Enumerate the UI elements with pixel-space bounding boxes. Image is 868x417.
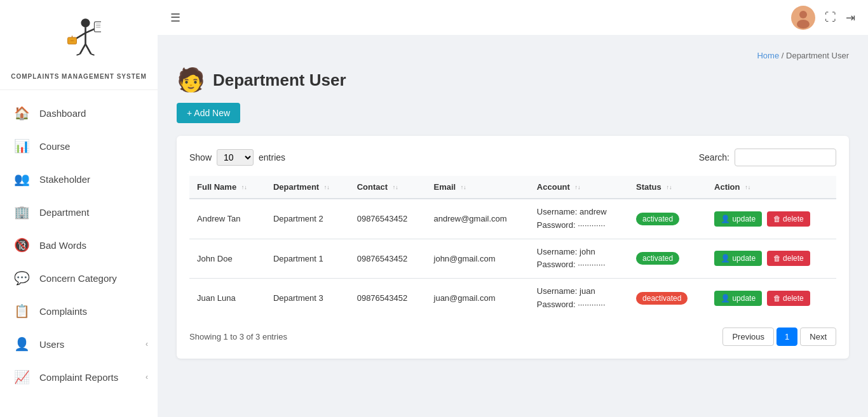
page-header: 🧑 Department User bbox=[177, 67, 849, 93]
user-avatar-icon bbox=[792, 6, 815, 29]
sidebar-item-complaints[interactable]: 📋 Complaints bbox=[0, 295, 158, 328]
sidebar-logo: COMPLAINTS MANAGEMENT SYSTEM bbox=[0, 0, 158, 90]
table-body: Andrew Tan Department 2 09876543452 andr… bbox=[189, 199, 836, 318]
sidebar-item-concern-category[interactable]: 💬 Concern Category bbox=[0, 261, 158, 295]
sidebar-item-stakeholder[interactable]: 👥 Stakeholder bbox=[0, 162, 158, 195]
bad-words-icon: 🔞 bbox=[13, 236, 31, 254]
entries-select[interactable]: 10 25 50 100 bbox=[217, 149, 254, 166]
previous-button[interactable]: Previous bbox=[722, 328, 774, 346]
fullscreen-icon[interactable]: ⛶ bbox=[825, 11, 836, 24]
delete-button[interactable]: 🗑 delete bbox=[767, 211, 810, 227]
col-account: Account ↑↓ bbox=[529, 176, 628, 199]
data-table: Full Name ↑↓ Department ↑↓ Contact ↑↓ bbox=[189, 176, 836, 318]
cell-status: deactivated bbox=[628, 279, 707, 318]
sidebar-item-label: Concern Category bbox=[39, 273, 117, 284]
hamburger-icon[interactable]: ☰ bbox=[170, 11, 180, 25]
content-area: Home / Department User 🧑 Department User… bbox=[158, 35, 868, 417]
department-icon: 🏢 bbox=[13, 203, 31, 221]
col-fullname: Full Name ↑↓ bbox=[189, 176, 266, 199]
sort-icon[interactable]: ↑↓ bbox=[745, 185, 750, 191]
sidebar-item-dashboard[interactable]: 🏠 Dashboard bbox=[0, 96, 158, 129]
cell-fullname: John Doe bbox=[189, 239, 266, 279]
cell-department: Department 1 bbox=[266, 239, 349, 279]
table-row: Juan Luna Department 3 09876543452 juan@… bbox=[189, 279, 836, 318]
sort-icon[interactable]: ↑↓ bbox=[461, 185, 466, 191]
dashboard-icon: 🏠 bbox=[13, 104, 31, 122]
search-box: Search: bbox=[699, 149, 836, 166]
breadcrumb-home[interactable]: Home bbox=[757, 51, 779, 60]
search-label: Search: bbox=[699, 152, 729, 162]
sort-icon[interactable]: ↑↓ bbox=[393, 185, 398, 191]
cell-account: Username: andrewPassword: ············ bbox=[529, 199, 628, 239]
app-title: COMPLAINTS MANAGEMENT SYSTEM bbox=[11, 73, 147, 80]
page-title: Department User bbox=[213, 70, 346, 90]
sidebar-item-label: Department bbox=[39, 207, 89, 218]
col-contact: Contact ↑↓ bbox=[349, 176, 426, 199]
col-status: Status ↑↓ bbox=[628, 176, 707, 199]
add-new-button[interactable]: + Add New bbox=[177, 103, 240, 123]
sort-icon[interactable]: ↑↓ bbox=[666, 185, 672, 191]
svg-line-10 bbox=[77, 54, 80, 55]
sidebar-item-label: Complaint Reports bbox=[39, 372, 118, 383]
table-row: John Doe Department 1 09876543452 john@g… bbox=[189, 239, 836, 279]
cell-contact: 09876543452 bbox=[349, 239, 426, 279]
cell-account: Username: johnPassword: ············ bbox=[529, 239, 628, 279]
update-button[interactable]: 👤 update bbox=[714, 251, 762, 266]
cell-action: 👤 update 🗑 delete bbox=[707, 279, 836, 318]
sidebar-item-label: Stakeholder bbox=[39, 174, 90, 185]
show-entries: Show 10 25 50 100 entries bbox=[189, 149, 285, 166]
svg-line-9 bbox=[86, 44, 92, 54]
main-area: ☰ ⛶ ⇥ Home / Department User 🧑 bbox=[158, 0, 868, 417]
logout-icon[interactable]: ⇥ bbox=[846, 11, 855, 25]
sidebar-item-department[interactable]: 🏢 Department bbox=[0, 195, 158, 228]
cell-status: activated bbox=[628, 239, 707, 279]
cell-status: activated bbox=[628, 199, 707, 239]
cell-email: juan@gmail.com bbox=[426, 279, 529, 318]
sidebar-item-users[interactable]: 👤 Users ‹ bbox=[0, 328, 158, 361]
status-badge: activated bbox=[636, 252, 679, 265]
sort-icon[interactable]: ↑↓ bbox=[574, 185, 580, 191]
stakeholder-icon: 👥 bbox=[13, 170, 31, 188]
cell-account: Username: juanPassword: ············ bbox=[529, 279, 628, 318]
sort-icon[interactable]: ↑↓ bbox=[324, 185, 330, 191]
delete-button[interactable]: 🗑 delete bbox=[767, 291, 810, 306]
show-label: Show bbox=[189, 152, 212, 162]
update-button[interactable]: 👤 update bbox=[714, 211, 762, 227]
concern-category-icon: 💬 bbox=[13, 269, 31, 287]
next-button[interactable]: Next bbox=[800, 328, 836, 346]
breadcrumb-separator: / bbox=[782, 51, 786, 60]
cell-fullname: Juan Luna bbox=[189, 279, 266, 318]
sidebar-item-label: Users bbox=[39, 339, 64, 350]
entries-label: entries bbox=[259, 152, 285, 162]
cell-contact: 09876543452 bbox=[349, 279, 426, 318]
sidebar-item-label: Complaints bbox=[39, 306, 87, 317]
sort-icon[interactable]: ↑↓ bbox=[241, 185, 247, 191]
col-action: Action ↑↓ bbox=[707, 176, 836, 199]
sidebar-nav: 🏠 Dashboard 📊 Course 👥 Stakeholder 🏢 Dep… bbox=[0, 90, 158, 400]
table-row: Andrew Tan Department 2 09876543452 andr… bbox=[189, 199, 836, 239]
search-input[interactable] bbox=[735, 149, 836, 166]
table-head: Full Name ↑↓ Department ↑↓ Contact ↑↓ bbox=[189, 176, 836, 199]
cell-action: 👤 update 🗑 delete bbox=[707, 239, 836, 279]
svg-point-16 bbox=[799, 11, 807, 18]
sidebar-item-course[interactable]: 📊 Course bbox=[0, 129, 158, 162]
sidebar-item-label: Bad Words bbox=[39, 240, 86, 251]
pagination: Previous 1 Next bbox=[722, 328, 836, 346]
cell-email: john@gmail.com bbox=[426, 239, 529, 279]
table-footer: Showing 1 to 3 of 3 entries Previous 1 N… bbox=[189, 328, 836, 346]
sidebar-item-bad-words[interactable]: 🔞 Bad Words bbox=[0, 228, 158, 261]
cell-email: andrew@gmail.com bbox=[426, 199, 529, 239]
update-button[interactable]: 👤 update bbox=[714, 291, 762, 306]
sidebar-item-label: Course bbox=[39, 141, 70, 152]
showing-text: Showing 1 to 3 of 3 entries bbox=[189, 332, 287, 341]
svg-line-8 bbox=[80, 44, 86, 54]
delete-button[interactable]: 🗑 delete bbox=[767, 251, 810, 266]
cell-contact: 09876543452 bbox=[349, 199, 426, 239]
sidebar-item-complaint-reports[interactable]: 📈 Complaint Reports ‹ bbox=[0, 361, 158, 394]
page-number[interactable]: 1 bbox=[776, 328, 797, 346]
chevron-icon: ‹ bbox=[146, 340, 148, 348]
topbar-left: ☰ bbox=[170, 11, 180, 25]
avatar bbox=[791, 6, 815, 30]
sidebar: COMPLAINTS MANAGEMENT SYSTEM 🏠 Dashboard… bbox=[0, 0, 158, 417]
course-icon: 📊 bbox=[13, 137, 31, 155]
